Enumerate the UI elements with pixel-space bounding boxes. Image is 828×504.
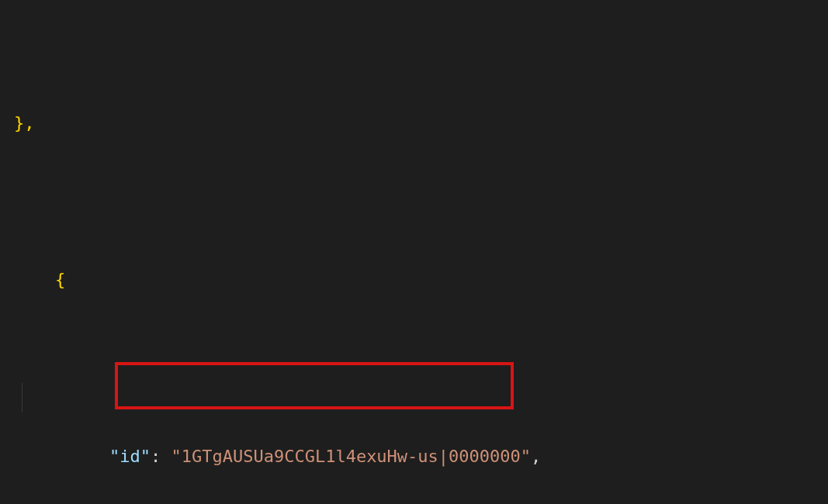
open-brace: { bbox=[55, 270, 65, 289]
json-key: "id" bbox=[109, 447, 151, 466]
json-editor[interactable]: }, { "id": "1GTgAUSUa9CCGL1l4exuHw-us|00… bbox=[14, 0, 626, 504]
prev-close-brace: }, bbox=[14, 109, 35, 138]
code-line: "id": "1GTgAUSUa9CCGL1l4exuHw-us|0000000… bbox=[14, 383, 626, 413]
code-line: { bbox=[14, 236, 626, 265]
code-line: }, bbox=[14, 109, 626, 118]
json-string: "1GTgAUSUa9CCGL1l4exuHw-us|0000000" bbox=[171, 447, 531, 466]
